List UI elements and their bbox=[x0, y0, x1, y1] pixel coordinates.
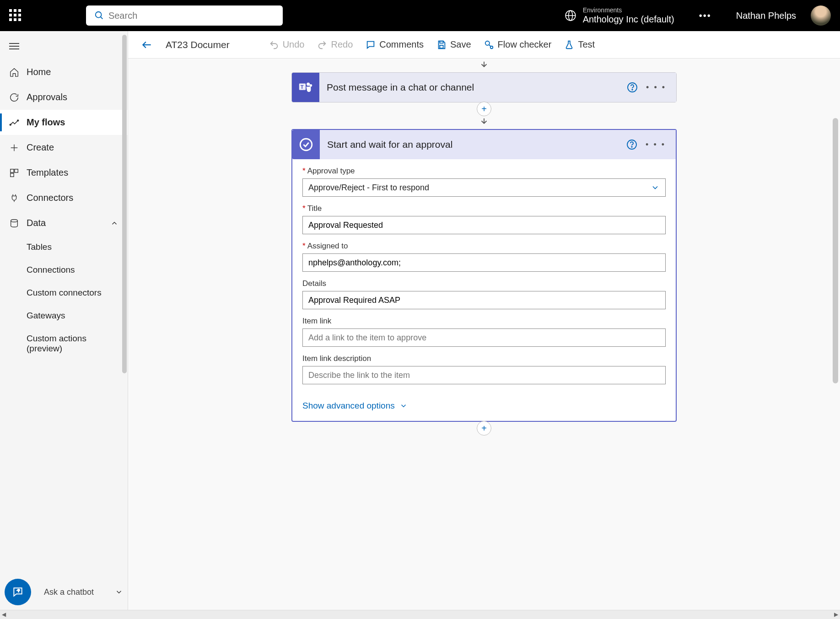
svg-rect-17 bbox=[440, 45, 443, 48]
topbar: Environments Anthology Inc (default) •••… bbox=[0, 0, 840, 31]
svg-rect-11 bbox=[11, 173, 14, 176]
svg-point-12 bbox=[11, 219, 18, 222]
chevron-down-icon bbox=[399, 402, 408, 410]
sidebar-item-create[interactable]: Create bbox=[0, 135, 128, 160]
sidebar-item-label: Data bbox=[27, 218, 46, 228]
item-link-input[interactable] bbox=[302, 328, 666, 347]
chevron-down-icon[interactable] bbox=[115, 588, 123, 596]
sidebar-item-data[interactable]: Data bbox=[0, 210, 128, 236]
svg-point-30 bbox=[631, 146, 632, 147]
canvas-scrollbar[interactable] bbox=[833, 118, 838, 383]
approval-type-select[interactable]: Approve/Reject - First to respond bbox=[302, 178, 666, 197]
home-icon bbox=[9, 67, 19, 77]
flows-icon bbox=[9, 118, 19, 128]
svg-rect-16 bbox=[440, 41, 443, 43]
sidebar-item-myflows[interactable]: My flows bbox=[0, 110, 128, 135]
sidebar-item-label: Connectors bbox=[27, 193, 73, 203]
user-name[interactable]: Nathan Phelps bbox=[736, 11, 796, 21]
card-more-icon[interactable]: • • • bbox=[646, 83, 666, 92]
search-box[interactable] bbox=[86, 5, 283, 26]
flow-name[interactable]: AT23 Documer bbox=[166, 39, 230, 50]
svg-point-26 bbox=[632, 89, 633, 90]
field-label: Item link bbox=[302, 317, 331, 326]
environment-picker[interactable]: Environments Anthology Inc (default) bbox=[583, 6, 674, 25]
sidebar-sub-custom-actions[interactable]: Custom actions (preview) bbox=[0, 327, 128, 360]
svg-point-19 bbox=[490, 46, 493, 48]
plus-icon bbox=[9, 143, 19, 153]
card-title: Post message in a chat or channel bbox=[319, 82, 627, 93]
env-name: Anthology Inc (default) bbox=[583, 14, 674, 25]
data-icon bbox=[9, 218, 19, 228]
comment-icon bbox=[366, 40, 376, 50]
flask-icon bbox=[564, 40, 574, 50]
scroll-left-icon[interactable]: ◀ bbox=[2, 611, 6, 618]
chevron-down-icon bbox=[651, 183, 660, 192]
details-input[interactable] bbox=[302, 291, 666, 309]
field-label: Approval type bbox=[307, 167, 355, 176]
chevron-up-icon bbox=[110, 219, 118, 227]
svg-rect-9 bbox=[11, 169, 14, 172]
avatar[interactable] bbox=[811, 5, 831, 26]
test-button[interactable]: Test bbox=[564, 39, 595, 50]
action-card-teams[interactable]: T Post message in a chat or channel • • … bbox=[291, 72, 677, 102]
checker-icon bbox=[484, 40, 494, 50]
teams-icon: T bbox=[292, 73, 319, 102]
sidebar-item-label: Templates bbox=[27, 167, 68, 178]
add-step-button[interactable]: + bbox=[477, 421, 491, 436]
sidebar-scrollbar[interactable] bbox=[122, 35, 127, 373]
chatbot-label: Ask a chatbot bbox=[44, 587, 94, 597]
approval-icon bbox=[292, 130, 320, 159]
horizontal-scrollbar[interactable]: ◀ ▶ bbox=[0, 610, 840, 619]
help-icon[interactable] bbox=[626, 139, 637, 150]
svg-point-0 bbox=[96, 12, 102, 18]
sidebar-sub-connections[interactable]: Connections bbox=[0, 258, 128, 281]
sidebar-item-home[interactable]: Home bbox=[0, 59, 128, 85]
action-card-approval[interactable]: Start and wait for an approval • • • *Ap… bbox=[291, 129, 677, 422]
svg-rect-10 bbox=[15, 169, 18, 172]
svg-point-23 bbox=[307, 82, 310, 86]
svg-line-1 bbox=[101, 17, 103, 19]
undo-icon bbox=[269, 40, 279, 50]
more-icon[interactable]: ••• bbox=[699, 11, 711, 21]
save-button[interactable]: Save bbox=[436, 39, 471, 50]
globe-icon bbox=[565, 10, 576, 22]
flow-checker-button[interactable]: Flow checker bbox=[484, 39, 552, 50]
sidebar: Home Approvals My flows Create Templates… bbox=[0, 31, 128, 610]
title-input[interactable] bbox=[302, 216, 666, 234]
chatbot-button[interactable]: ? bbox=[5, 579, 31, 605]
item-link-desc-input[interactable] bbox=[302, 366, 666, 384]
assigned-to-input[interactable] bbox=[302, 253, 666, 272]
sidebar-item-connectors[interactable]: Connectors bbox=[0, 185, 128, 210]
approvals-icon bbox=[9, 92, 19, 102]
undo-button[interactable]: Undo bbox=[269, 39, 305, 50]
hamburger-icon[interactable] bbox=[0, 33, 128, 59]
advanced-options-link[interactable]: Show advanced options bbox=[292, 395, 676, 421]
canvas-area: AT23 Documer Undo Redo Comments Save Flo… bbox=[128, 31, 840, 610]
arrow-down-icon bbox=[478, 117, 490, 127]
sidebar-sub-custom-connectors[interactable]: Custom connectors bbox=[0, 281, 128, 304]
help-icon[interactable] bbox=[627, 82, 638, 93]
svg-point-6 bbox=[17, 120, 19, 121]
toolbar: AT23 Documer Undo Redo Comments Save Flo… bbox=[128, 31, 840, 59]
select-value: Approve/Reject - First to respond bbox=[308, 183, 429, 193]
search-input[interactable] bbox=[108, 11, 275, 21]
templates-icon bbox=[9, 168, 19, 178]
svg-text:T: T bbox=[301, 84, 304, 90]
search-icon bbox=[94, 11, 104, 21]
redo-icon bbox=[317, 40, 327, 50]
app-launcher-icon[interactable] bbox=[9, 9, 22, 22]
connectors-icon bbox=[9, 193, 19, 203]
add-step-button[interactable]: + bbox=[477, 102, 491, 116]
scroll-right-icon[interactable]: ▶ bbox=[834, 611, 838, 618]
sidebar-sub-gateways[interactable]: Gateways bbox=[0, 304, 128, 327]
sidebar-item-templates[interactable]: Templates bbox=[0, 160, 128, 185]
field-label: Details bbox=[302, 279, 326, 288]
card-more-icon[interactable]: • • • bbox=[646, 140, 666, 150]
redo-button[interactable]: Redo bbox=[317, 39, 353, 50]
sidebar-item-approvals[interactable]: Approvals bbox=[0, 85, 128, 110]
comments-button[interactable]: Comments bbox=[366, 39, 424, 50]
flow-canvas[interactable]: T Post message in a chat or channel • • … bbox=[128, 59, 840, 610]
sidebar-sub-tables[interactable]: Tables bbox=[0, 236, 128, 258]
back-icon[interactable] bbox=[141, 39, 153, 51]
sidebar-item-label: My flows bbox=[27, 117, 65, 128]
